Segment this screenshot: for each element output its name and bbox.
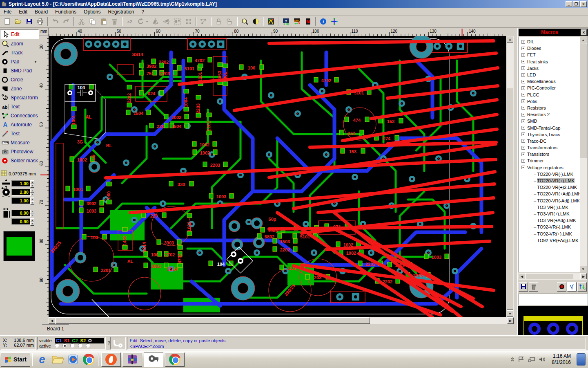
size-field[interactable]: 1.00 (11, 180, 30, 187)
tool-smd-pad[interactable]: SMD-Pad (0, 66, 39, 75)
scroll-left-button[interactable]: ◀ (49, 317, 55, 324)
menu-options[interactable]: Options (80, 8, 104, 16)
macro-group[interactable]: +Transistors (521, 151, 579, 157)
menu-registration[interactable]: Registration (104, 8, 138, 16)
macro-group[interactable]: +Traco-DC (521, 138, 579, 144)
grid-setting[interactable]: 0.079375 mm (1, 170, 38, 177)
macro-group[interactable]: +LED (521, 72, 579, 78)
active-layer-radio-s1[interactable] (62, 343, 67, 348)
macro-tree-scrollbar[interactable]: ▲ ▼ (580, 37, 587, 272)
layer-label-s1[interactable]: S1 (64, 338, 69, 343)
save-button[interactable] (24, 17, 34, 27)
size-field[interactable]: 0.90 (11, 210, 30, 216)
quicklaunch-chrome[interactable] (82, 352, 96, 366)
macro-group[interactable]: +Heat sinks (521, 58, 579, 65)
macro-item[interactable]: ‒TO3-VR(-).LMK (521, 204, 579, 211)
flag-icon[interactable] (518, 356, 525, 363)
tool-photoview[interactable]: Photoview (0, 147, 39, 156)
macro-group[interactable]: +Jacks (521, 65, 579, 72)
photo-button[interactable] (251, 17, 261, 27)
spinner[interactable]: ▲▼ (30, 180, 34, 187)
layer-label-c1[interactable]: C1 (56, 338, 62, 343)
layer-label-o[interactable]: O (88, 338, 92, 343)
tool-edit[interactable]: Edit (0, 29, 39, 39)
vertical-scroll-thumb[interactable] (507, 88, 513, 310)
new-button[interactable] (2, 17, 12, 27)
expand-icon[interactable]: + (521, 106, 525, 110)
macro-item[interactable]: ‒TO220-VR(+).LMK (521, 177, 579, 184)
drc-button[interactable]: DRC× (292, 17, 302, 27)
layer-swap-button[interactable]: 12 (577, 282, 587, 292)
menu-?[interactable]: ? (138, 8, 148, 16)
size-field[interactable]: 1.00 (11, 197, 30, 204)
tray-chevron-icon[interactable] (510, 357, 514, 362)
tool-text[interactable]: abText (0, 102, 39, 111)
spinner[interactable]: ▲▼ (30, 210, 34, 216)
macro-group[interactable]: +PIC-Controller (521, 85, 579, 91)
show-desktop-button[interactable] (577, 353, 586, 366)
macro-item[interactable]: ‒TO3-VR(+Adj).LMK (521, 217, 579, 224)
size-field[interactable]: 2.80 (11, 189, 30, 195)
macro-scroll-left[interactable]: ◀ (519, 273, 525, 279)
macro-group[interactable]: +PLCC (521, 92, 579, 98)
macro-group[interactable]: +Miscellaneous (521, 78, 579, 85)
tool-measure[interactable]: Measure (0, 138, 39, 147)
expand-icon[interactable]: + (521, 47, 525, 50)
layer-label-s2[interactable]: S2 (80, 338, 86, 343)
task-origin[interactable] (101, 352, 121, 367)
size-field[interactable]: 0.90 (11, 218, 30, 225)
macro-item[interactable]: ‒TO220-VR(+)2.LMK (521, 184, 579, 191)
close-button[interactable]: × (580, 1, 587, 7)
tool-track[interactable]: Track (0, 48, 39, 57)
tool-zoom[interactable]: Zoom (0, 39, 39, 48)
expand-icon[interactable]: + (521, 132, 525, 136)
layer-visibility-strip[interactable]: C1S1C2S2O (55, 338, 104, 343)
spinner[interactable]: ▲▼ (30, 218, 34, 225)
info-button[interactable]: i (318, 17, 328, 27)
rotate-dropdown[interactable]: ▾ (146, 17, 150, 27)
tree-scroll-down[interactable]: ▼ (580, 266, 586, 272)
menu-functions[interactable]: Functions (51, 8, 80, 16)
expand-icon[interactable]: + (521, 146, 525, 150)
macro-item[interactable]: ‒TO220-VR(-).LMK (521, 171, 579, 177)
start-button[interactable]: Start (1, 352, 30, 367)
macro-group[interactable]: +SMD-Tantal-Cap (521, 124, 579, 131)
expand-icon[interactable]: + (521, 60, 525, 63)
snap-button[interactable] (329, 17, 339, 27)
spinner[interactable]: ▲▼ (30, 189, 34, 195)
tool-circle[interactable]: Circle (0, 75, 39, 84)
active-layer-radio-s2[interactable] (78, 343, 82, 348)
collapse-icon[interactable]: − (521, 166, 525, 169)
scroll-down-button[interactable]: ▼ (507, 310, 513, 317)
tree-scroll-thumb[interactable] (580, 44, 586, 158)
expand-icon[interactable]: + (521, 53, 525, 57)
macro-group[interactable]: +Transformators (521, 144, 579, 151)
task-sprint-layout[interactable] (144, 352, 163, 367)
pad-dropdown-arrow[interactable]: ▼ (34, 60, 37, 64)
macro-button[interactable]: M (303, 17, 313, 27)
tree-scroll-up[interactable]: ▲ (580, 37, 586, 43)
tool-pad[interactable]: Pad▼ (0, 57, 39, 66)
macro-item[interactable]: ‒TO3-VR(+).LMK (521, 211, 579, 217)
macro-item[interactable]: ‒TO92-VR(-).LMK (521, 224, 579, 230)
macro-hscrollbar[interactable]: ◀ ▶ (519, 273, 587, 280)
menu-board[interactable]: Board (31, 8, 51, 16)
tool-autoroute[interactable]: AAutoroute (0, 120, 39, 129)
macro-group[interactable]: −Voltage regulators (521, 164, 579, 171)
expand-icon[interactable]: + (521, 66, 525, 70)
macro-save-button[interactable] (519, 282, 528, 292)
spinner[interactable]: ▲▼ (30, 197, 34, 204)
macro-group[interactable]: +Thyristors,Triacs (521, 131, 579, 138)
horizontal-scrollbar[interactable]: ◀ ▶ (49, 317, 514, 324)
expand-icon[interactable]: + (521, 80, 525, 83)
tool-connections[interactable]: Connections (0, 111, 39, 120)
macro-hscroll-thumb[interactable] (525, 273, 573, 279)
task-winrar[interactable] (122, 352, 142, 367)
macros-close-button[interactable]: × (581, 29, 587, 36)
expand-icon[interactable]: + (521, 99, 525, 103)
macro-item[interactable]: ‒TO92-VR(+).LMK (521, 230, 579, 237)
macro-group[interactable]: +Resistors (521, 105, 579, 111)
task-chrome[interactable] (165, 352, 185, 367)
macro-group[interactable]: +DIL (521, 38, 579, 45)
print-button[interactable] (35, 17, 45, 27)
